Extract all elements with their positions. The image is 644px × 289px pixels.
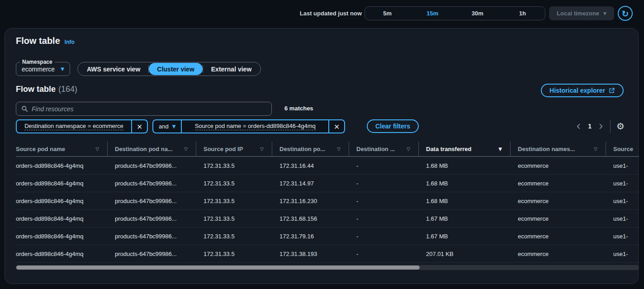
sort-icon: ▽ bbox=[590, 147, 597, 152]
cell-destination: - bbox=[349, 157, 419, 174]
chevron-down-icon: ▼ bbox=[61, 66, 64, 71]
table-row[interactable]: orders-dd898c846-4g4mqproducts-647bc9998… bbox=[16, 192, 639, 210]
chevron-right-icon bbox=[597, 123, 604, 130]
panel-title-text: Flow table bbox=[16, 36, 60, 46]
gear-icon[interactable]: ⚙ bbox=[616, 122, 625, 131]
column-header-destination-po[interactable]: Destination po...▽ bbox=[272, 142, 349, 156]
column-header-source-pod-name[interactable]: Source pod name▽ bbox=[16, 142, 108, 156]
namespace-select[interactable]: Namespace ecommerce ▼ bbox=[16, 62, 70, 76]
view-toggle: AWS service viewCluster viewExternal vie… bbox=[77, 62, 261, 76]
cell-data-transferred: 1.68 MB bbox=[419, 175, 511, 192]
table-section-title-text: Flow table bbox=[16, 85, 56, 94]
horizontal-scrollbar-track[interactable] bbox=[16, 265, 639, 270]
time-range-selector[interactable]: 5m15m30m1h bbox=[365, 6, 545, 20]
column-header-label: Destination pod na... bbox=[115, 146, 173, 152]
cell-source-pod-ip: 172.31.33.5 bbox=[196, 210, 272, 227]
clear-filters-label: Clear filters bbox=[375, 123, 410, 130]
cell-destination-pod-na: products-647bc99986... bbox=[108, 245, 196, 262]
cell-destination-po: 172.31.16.44 bbox=[272, 157, 349, 174]
table-header-row: Source pod name▽Destination pod na...▽So… bbox=[16, 142, 639, 157]
cell-data-transferred: 1.67 MB bbox=[419, 210, 511, 227]
cell-destination-names: ecommerce bbox=[511, 175, 606, 192]
cell-destination-po: 172.31.38.193 bbox=[272, 245, 349, 262]
table-count: (164) bbox=[58, 85, 77, 94]
timezone-dropdown[interactable]: Local timezone ▼ bbox=[549, 6, 614, 20]
historical-explorer-button[interactable]: Historical explorer bbox=[541, 84, 624, 97]
namespace-value: ecommerce bbox=[22, 66, 55, 73]
filter-token-label[interactable]: Source pod name = orders-dd898c846-4g4mq bbox=[182, 123, 328, 130]
last-updated-text: Last updated just now bbox=[300, 10, 362, 17]
previous-page-button[interactable] bbox=[575, 123, 582, 130]
time-range-1h[interactable]: 1h bbox=[500, 7, 545, 20]
refresh-button[interactable]: ↻ bbox=[618, 6, 633, 21]
time-range-15m[interactable]: 15m bbox=[410, 7, 455, 20]
sort-descending-icon: ▼ bbox=[495, 147, 502, 152]
table-section-title: Flow table(164) bbox=[16, 85, 77, 94]
column-header-destination[interactable]: Destination ...▽ bbox=[349, 142, 419, 156]
view-tab-aws-service-view[interactable]: AWS service view bbox=[79, 63, 148, 75]
sort-icon: ▽ bbox=[92, 147, 99, 152]
column-header-label: Source pod IP bbox=[204, 146, 243, 152]
cell-destination: - bbox=[349, 227, 419, 245]
search-box bbox=[16, 102, 272, 116]
chevron-left-icon bbox=[575, 123, 582, 130]
cell-data-transferred: 1.67 MB bbox=[419, 227, 511, 245]
cell-destination: - bbox=[349, 245, 419, 262]
cell-source-pod-name: orders-dd898c846-4g4mq bbox=[16, 210, 108, 227]
cell-destination: - bbox=[349, 192, 419, 209]
cell-source-pod-name: orders-dd898c846-4g4mq bbox=[16, 175, 108, 192]
search-input[interactable] bbox=[32, 105, 271, 113]
clear-filters-button[interactable]: Clear filters bbox=[367, 119, 419, 133]
cell-destination-names: ecommerce bbox=[511, 227, 606, 245]
column-header-label: Source bbox=[613, 146, 633, 152]
historical-explorer-label: Historical explorer bbox=[549, 87, 605, 94]
filter-token-label[interactable]: Destination namespace = ecommerce bbox=[17, 123, 131, 130]
table-row[interactable]: orders-dd898c846-4g4mqproducts-647bc9998… bbox=[16, 175, 639, 192]
table-row[interactable]: orders-dd898c846-4g4mqproducts-647bc9998… bbox=[16, 245, 639, 263]
cell-data-transferred: 1.68 MB bbox=[419, 192, 511, 209]
cell-destination: - bbox=[349, 210, 419, 227]
pagination: 1 ⚙ bbox=[575, 119, 625, 133]
sort-icon: ▽ bbox=[180, 147, 188, 152]
table-row[interactable]: orders-dd898c846-4g4mqproducts-647bc9998… bbox=[16, 227, 639, 245]
cell-source-pod-ip: 172.31.33.5 bbox=[196, 192, 272, 209]
table-row[interactable]: orders-dd898c846-4g4mqproducts-647bc9998… bbox=[16, 210, 639, 227]
column-header-source-pod-ip[interactable]: Source pod IP▽ bbox=[196, 142, 272, 156]
info-link[interactable]: Info bbox=[65, 39, 75, 45]
time-range-5m[interactable]: 5m bbox=[365, 7, 410, 20]
table-row[interactable]: orders-dd898c846-4g4mqproducts-647bc9998… bbox=[16, 157, 639, 175]
filter-operator-label: and bbox=[159, 123, 169, 130]
cell-source-pod-ip: 172.31.33.5 bbox=[196, 175, 272, 192]
time-range-30m[interactable]: 30m bbox=[455, 7, 500, 20]
cell-destination: - bbox=[349, 175, 419, 192]
panel-title: Flow table Info bbox=[16, 36, 75, 46]
cell-destination-names: ecommerce bbox=[511, 210, 606, 227]
remove-filter-icon[interactable]: × bbox=[329, 120, 344, 133]
matches-count: 6 matches bbox=[284, 105, 313, 112]
column-header-destination-pod-na[interactable]: Destination pod na...▽ bbox=[108, 142, 196, 156]
column-header-label: Destination names... bbox=[518, 146, 575, 152]
view-tab-external-view[interactable]: External view bbox=[203, 63, 260, 75]
cell-destination-pod-na: products-647bc99986... bbox=[108, 192, 196, 209]
cell-destination-po: 172.31.16.230 bbox=[272, 192, 349, 209]
sort-icon: ▽ bbox=[256, 147, 264, 152]
sort-icon: ▽ bbox=[403, 147, 410, 152]
next-page-button[interactable] bbox=[597, 123, 604, 130]
chevron-down-icon: ▼ bbox=[172, 124, 176, 129]
cell-source: use1- bbox=[606, 175, 639, 192]
column-header-data-transferred[interactable]: Data transferred▼ bbox=[419, 142, 511, 156]
cell-destination-names: ecommerce bbox=[511, 245, 606, 262]
column-header-destination-names[interactable]: Destination names...▽ bbox=[511, 142, 606, 156]
column-header-source[interactable]: Source▽ bbox=[606, 142, 639, 156]
column-header-label: Destination po... bbox=[279, 146, 325, 152]
flow-table-panel: Flow table Info Namespace ecommerce ▼ AW… bbox=[5, 28, 639, 284]
remove-filter-icon[interactable]: × bbox=[132, 120, 147, 133]
cell-source-pod-ip: 172.31.33.5 bbox=[196, 245, 272, 262]
column-header-label: Source pod name bbox=[16, 146, 65, 152]
refresh-icon: ↻ bbox=[622, 9, 629, 19]
horizontal-scrollbar-thumb[interactable] bbox=[16, 265, 420, 270]
divider bbox=[610, 119, 611, 133]
filter-operator-dropdown[interactable]: and ▼ bbox=[153, 123, 181, 130]
page-number[interactable]: 1 bbox=[588, 123, 592, 130]
view-tab-cluster-view[interactable]: Cluster view bbox=[149, 63, 202, 75]
